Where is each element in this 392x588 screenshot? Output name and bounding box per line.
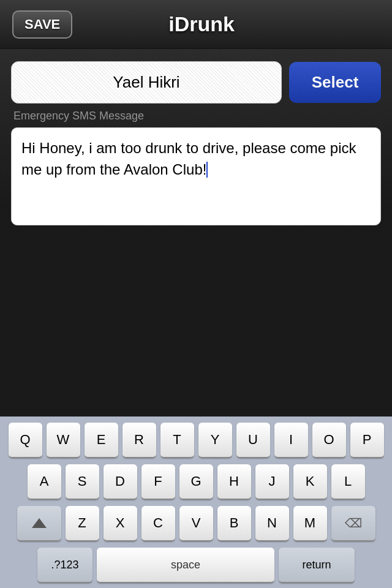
key-e[interactable]: E <box>85 423 118 458</box>
message-text: Hi Honey, i am too drunk to drive, pleas… <box>21 140 356 178</box>
key-w[interactable]: W <box>47 423 80 458</box>
key-k[interactable]: K <box>293 464 327 500</box>
keyboard-row-2: A S D F G H J K L <box>2 464 390 500</box>
key-v[interactable]: V <box>179 506 213 541</box>
key-x[interactable]: X <box>104 506 137 541</box>
key-f[interactable]: F <box>141 464 175 500</box>
keyboard-bottom-row: .?123 space return <box>2 548 390 583</box>
key-o[interactable]: O <box>312 423 346 458</box>
key-h[interactable]: H <box>217 464 251 500</box>
key-p[interactable]: P <box>350 423 384 458</box>
key-y[interactable]: Y <box>198 423 232 458</box>
delete-key[interactable]: ⌫ <box>331 506 375 541</box>
key-a[interactable]: A <box>28 464 61 500</box>
keyboard-row-1: Q W E R T Y U I O P <box>2 423 390 458</box>
key-t[interactable]: T <box>160 423 194 458</box>
key-z[interactable]: Z <box>66 506 99 541</box>
keyboard: Q W E R T Y U I O P A S D F G H J K L Z … <box>0 417 392 588</box>
key-u[interactable]: U <box>236 423 270 458</box>
keyboard-row-3: Z X C V B N M ⌫ <box>2 506 390 541</box>
app-title: iDrunk <box>72 12 331 36</box>
save-button[interactable]: SAVE <box>12 10 72 39</box>
key-q[interactable]: Q <box>9 423 42 458</box>
shift-icon <box>32 518 47 528</box>
text-cursor <box>206 162 208 178</box>
contact-field[interactable]: Yael Hikri <box>11 61 282 104</box>
content-area: Yael Hikri Select Emergency SMS Message … <box>0 49 392 312</box>
space-key[interactable]: space <box>97 548 274 583</box>
key-g[interactable]: G <box>179 464 213 500</box>
key-j[interactable]: J <box>255 464 289 500</box>
key-d[interactable]: D <box>104 464 137 500</box>
sms-label: Emergency SMS Message <box>11 110 381 123</box>
key-l[interactable]: L <box>331 464 365 500</box>
select-button[interactable]: Select <box>289 62 381 103</box>
return-key[interactable]: return <box>279 548 355 583</box>
key-b[interactable]: B <box>217 506 251 541</box>
key-c[interactable]: C <box>141 506 175 541</box>
delete-icon: ⌫ <box>345 516 362 530</box>
key-s[interactable]: S <box>66 464 99 500</box>
key-m[interactable]: M <box>293 506 327 541</box>
num-key[interactable]: .?123 <box>37 548 92 583</box>
contact-row: Yael Hikri Select <box>11 61 381 104</box>
shift-key[interactable] <box>17 506 61 541</box>
key-i[interactable]: I <box>274 423 308 458</box>
header: SAVE iDrunk <box>0 0 392 49</box>
key-n[interactable]: N <box>255 506 289 541</box>
message-box[interactable]: Hi Honey, i am too drunk to drive, pleas… <box>11 127 381 225</box>
key-r[interactable]: R <box>123 423 156 458</box>
